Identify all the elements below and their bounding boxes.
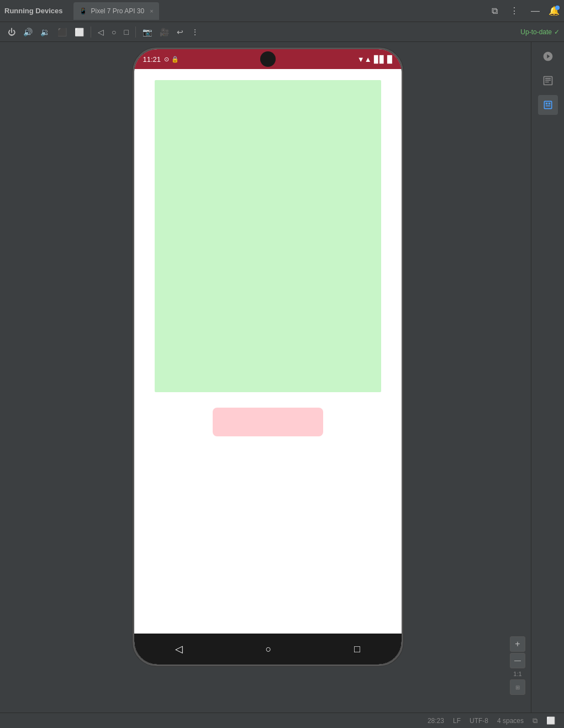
zoom-controls: + — 1:1 ⊞	[510, 636, 525, 695]
device-viewport: 11:21 ⊙ 🔒 ▼▲ ▊▊ ▉	[4, 42, 531, 713]
title-bar: Running Devices 📱 Pixel 7 Pro API 30 × ⧉…	[0, 0, 564, 22]
title-bar-left: Running Devices 📱 Pixel 7 Pro API 30 ×	[4, 2, 159, 20]
notification-dot	[555, 6, 560, 10]
encoding-indicator: UTF-8	[470, 717, 488, 725]
bottom-status-bar: 28:23 LF UTF-8 4 spaces ⧉ ⬜	[0, 713, 564, 728]
back-button[interactable]: ◁	[94, 25, 107, 39]
zoom-fit-button[interactable]: ⊞	[510, 679, 525, 695]
zoom-out-button[interactable]: —	[510, 653, 525, 668]
notifications-button[interactable]: 🔔	[549, 6, 560, 16]
status-icons-right: ▼▲ ▊▊ ▉	[357, 55, 393, 64]
left-strip	[0, 42, 4, 713]
recent-button[interactable]: □	[120, 25, 131, 39]
status-check-icon: ✓	[554, 28, 560, 36]
status-icons-left: ⊙ 🔒	[164, 56, 179, 63]
svg-rect-0	[545, 103, 547, 104]
line-ending-indicator: LF	[453, 717, 461, 725]
camera-notch	[260, 51, 276, 67]
app-title: Running Devices	[4, 7, 62, 15]
record-button[interactable]: 🎥	[156, 25, 172, 39]
line-col-indicator: 28:23	[428, 717, 444, 725]
right-sidebar	[531, 42, 564, 713]
phone-nav-bar: ◁ ○ □	[134, 634, 402, 664]
phone-frame: 11:21 ⊙ 🔒 ▼▲ ▊▊ ▉	[133, 48, 403, 666]
minimize-button[interactable]: —	[528, 5, 543, 17]
svg-rect-2	[545, 105, 550, 107]
power-button[interactable]: ⏻	[4, 25, 19, 39]
zoom-ratio-label: 1:1	[510, 669, 525, 678]
nav-home-icon[interactable]: ○	[266, 643, 272, 655]
volume-up-physical-button[interactable]	[402, 171, 403, 198]
tab-device-icon: 📱	[79, 7, 87, 15]
tab-label: Pixel 7 Pro API 30	[91, 7, 144, 15]
status-lock-icon: 🔒	[171, 56, 179, 63]
window-button[interactable]: ⧉	[488, 5, 501, 17]
volume-down-physical-button[interactable]	[402, 209, 403, 237]
pink-button[interactable]	[213, 408, 323, 436]
menu-button[interactable]: ⋮	[507, 4, 522, 17]
battery-icon: ▉	[387, 55, 393, 64]
indent-indicator: 4 spaces	[497, 717, 524, 725]
main-area: 11:21 ⊙ 🔒 ▼▲ ▊▊ ▉	[0, 42, 564, 713]
rotate-button[interactable]: ⬛	[54, 25, 70, 39]
status-text: Up-to-date ✓	[520, 28, 560, 36]
toolbar: ⏻ 🔊 🔉 ⬛ ⬜ ◁ ○ □ 📷 🎥 ↩ ⋮ Up-to-date ✓	[0, 22, 564, 42]
undo-button[interactable]: ↩	[173, 25, 187, 39]
sidebar-icon-layout[interactable]	[538, 95, 558, 115]
svg-rect-1	[548, 103, 550, 104]
more-button[interactable]: ⋮	[188, 25, 202, 39]
sidebar-icon-screenshot[interactable]	[538, 71, 558, 91]
status-time: 11:21	[143, 55, 161, 64]
screenshot-button[interactable]: 📷	[139, 25, 155, 39]
wifi-icon: ▼▲	[357, 55, 372, 64]
layout-icon[interactable]: ⬜	[546, 716, 555, 725]
status-play-icon: ⊙	[164, 56, 169, 63]
nav-recent-icon[interactable]: □	[354, 643, 360, 655]
home-button[interactable]: ○	[108, 25, 119, 39]
zoom-in-button[interactable]: +	[510, 636, 525, 652]
fold-button[interactable]: ⬜	[71, 25, 87, 39]
title-bar-right: ⧉ ⋮ — 🔔	[488, 4, 560, 17]
sidebar-icon-paw[interactable]	[538, 46, 558, 66]
toolbar-separator-2	[135, 27, 136, 38]
device-tab[interactable]: 📱 Pixel 7 Pro API 30 ×	[73, 2, 159, 20]
green-rectangle	[155, 80, 381, 392]
phone-inner: 11:21 ⊙ 🔒 ▼▲ ▊▊ ▉	[134, 49, 402, 664]
screen-content	[134, 69, 402, 634]
volume-down-button[interactable]: 🔉	[37, 25, 53, 39]
status-label: Up-to-date	[520, 28, 552, 36]
share-icon[interactable]: ⧉	[533, 716, 537, 725]
nav-back-icon[interactable]: ◁	[175, 643, 183, 655]
toolbar-separator-1	[91, 27, 91, 38]
phone-status-bar: 11:21 ⊙ 🔒 ▼▲ ▊▊ ▉	[134, 49, 402, 69]
volume-up-button[interactable]: 🔊	[20, 25, 36, 39]
tab-close-button[interactable]: ×	[150, 8, 153, 14]
signal-icon: ▊▊	[374, 55, 385, 64]
